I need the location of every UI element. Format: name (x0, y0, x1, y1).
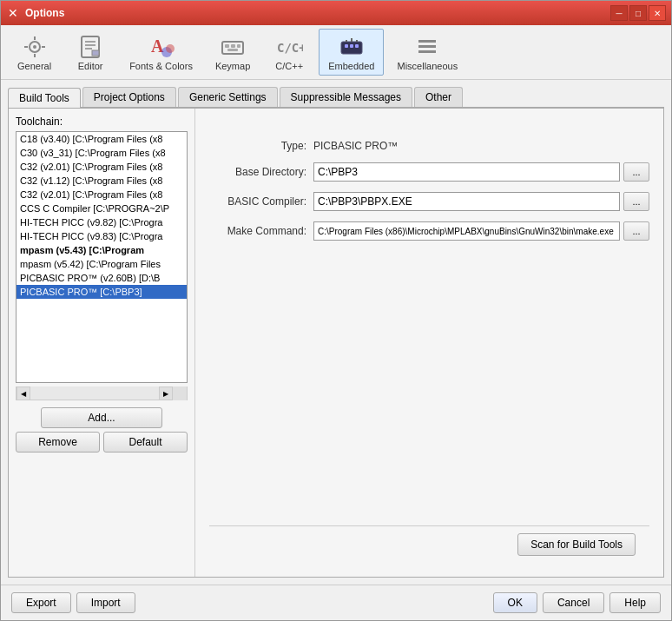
cancel-button[interactable]: Cancel (543, 592, 604, 613)
general-icon (21, 33, 49, 61)
tab-build-tools[interactable]: Build Tools (8, 88, 81, 108)
tab-generic-settings[interactable]: Generic Settings (178, 87, 278, 107)
help-button[interactable]: Help (609, 592, 661, 613)
list-item[interactable]: mpasm (v5.42) [C:\Program Files (16, 257, 187, 271)
tab-other[interactable]: Other (414, 87, 463, 107)
tab-suppressible-messages[interactable]: Suppressible Messages (280, 87, 412, 107)
toolbar-cpp[interactable]: C/C++ C/C++ (263, 29, 315, 76)
make-command-label: Make Command: (209, 225, 313, 237)
remove-button[interactable]: Remove (16, 432, 100, 453)
svg-rect-28 (418, 45, 436, 48)
list-item[interactable]: C32 (v2.01) [C:\Program Files (x8 (16, 160, 187, 174)
basic-compiler-row: BASIC Compiler: ... (209, 192, 649, 211)
scroll-left-button[interactable]: ◀ (16, 386, 30, 400)
svg-rect-29 (418, 50, 436, 53)
add-button[interactable]: Add... (41, 407, 162, 428)
import-button[interactable]: Import (76, 592, 135, 613)
footer-right: OK Cancel Help (493, 592, 661, 613)
scan-build-tools-button[interactable]: Scan for Build Tools (517, 533, 636, 556)
embedded-label: Embedded (328, 61, 374, 71)
toolbar-fonts-colors[interactable]: A Fonts & Colors (120, 29, 202, 76)
cpp-label: C/C++ (275, 61, 303, 71)
footer-left: Export Import (11, 592, 135, 613)
list-item[interactable]: PICBASIC PRO™ (v2.60B) [D:\B (16, 271, 187, 285)
editor-label: Editor (78, 61, 103, 71)
base-dir-input[interactable] (313, 162, 620, 182)
base-dir-browse-button[interactable]: ... (623, 162, 649, 182)
tabs: Build Tools Project Options Generic Sett… (8, 87, 664, 109)
panel-buttons: Add... Remove Default (16, 407, 188, 453)
scroll-track (30, 386, 159, 400)
maximize-button[interactable]: □ (629, 5, 647, 21)
toolbar-keymap[interactable]: Keymap (206, 29, 260, 76)
default-button[interactable]: Default (103, 432, 188, 453)
remove-default-row: Remove Default (16, 432, 188, 453)
fonts-colors-label: Fonts & Colors (129, 61, 193, 71)
list-item[interactable]: HI-TECH PICC (v9.82) [C:\Progra (16, 215, 187, 229)
footer: Export Import OK Cancel Help (1, 585, 671, 620)
make-command-row: Make Command: ... (209, 221, 649, 241)
svg-rect-27 (418, 40, 436, 43)
list-item[interactable]: C32 (v1.12) [C:\Program Files (x8 (16, 174, 187, 188)
make-command-browse-button[interactable]: ... (623, 221, 649, 241)
svg-rect-21 (345, 44, 348, 48)
left-panel: Toolchain: C18 (v3.40) [C:\Program Files… (9, 109, 195, 577)
minimize-button[interactable]: ─ (610, 5, 628, 21)
content-area: Build Tools Project Options Generic Sett… (1, 80, 671, 585)
toolbar-general[interactable]: General (8, 29, 61, 76)
miscellaneous-icon (413, 33, 441, 61)
type-row: Type: PICBASIC PRO™ (209, 140, 649, 152)
general-label: General (17, 61, 51, 71)
make-command-input[interactable] (313, 221, 620, 241)
scroll-corner (173, 386, 187, 400)
toolchain-label: Toolchain: (16, 116, 188, 128)
right-panel: Type: PICBASIC PRO™ Base Directory: ... … (195, 109, 663, 577)
basic-compiler-input[interactable] (313, 192, 620, 211)
embedded-icon (338, 33, 366, 61)
close-button[interactable]: ✕ (649, 5, 666, 21)
keymap-icon (219, 33, 247, 61)
toolbar-embedded[interactable]: Embedded (319, 29, 384, 76)
ok-button[interactable]: OK (493, 592, 537, 613)
horizontal-scrollbar[interactable]: ◀ ▶ (16, 386, 188, 400)
cpp-icon: C/C++ (275, 33, 303, 61)
export-button[interactable]: Export (11, 592, 71, 613)
fonts-colors-icon: A (148, 33, 175, 61)
list-item-selected[interactable]: PICBASIC PRO™ [C:\PBP3] (16, 285, 187, 299)
scroll-right-button[interactable]: ▶ (159, 386, 173, 400)
svg-rect-23 (355, 44, 359, 48)
title-bar: ✕ Options ─ □ ✕ (1, 1, 671, 25)
svg-point-13 (166, 44, 175, 53)
toolbar-editor[interactable]: Editor (64, 29, 116, 76)
keymap-label: Keymap (215, 61, 250, 71)
svg-rect-18 (227, 49, 238, 51)
svg-text:C/C++: C/C++ (277, 41, 303, 55)
toolbar-miscellaneous[interactable]: Miscellaneous (387, 29, 467, 76)
window-icon: ✕ (6, 6, 20, 20)
svg-point-1 (33, 45, 36, 49)
editor-icon (76, 33, 104, 61)
type-value: PICBASIC PRO™ (313, 140, 398, 152)
base-dir-label: Base Directory: (209, 166, 313, 178)
window-controls: ─ □ ✕ (610, 5, 666, 21)
list-item[interactable]: C18 (v3.40) [C:\Program Files (x8 (16, 132, 187, 146)
svg-rect-10 (92, 50, 99, 56)
base-dir-row: Base Directory: ... (209, 162, 649, 182)
basic-compiler-browse-button[interactable]: ... (623, 192, 649, 211)
svg-rect-22 (350, 44, 353, 48)
list-item[interactable]: C30 (v3_31) [C:\Program Files (x8 (16, 146, 187, 160)
tab-content: Toolchain: C18 (v3.40) [C:\Program Files… (8, 109, 664, 578)
list-item[interactable]: C32 (v2.01) [C:\Program Files (x8 (16, 188, 187, 201)
type-label: Type: (209, 140, 313, 152)
tab-project-options[interactable]: Project Options (82, 87, 176, 107)
list-item[interactable]: CCS C Compiler [C:\PROGRA~2\P (16, 201, 187, 215)
toolchain-list[interactable]: C18 (v3.40) [C:\Program Files (x8 C30 (v… (16, 132, 187, 382)
list-item-bold[interactable]: mpasm (v5.43) [C:\Program (16, 243, 187, 257)
svg-rect-17 (237, 44, 240, 48)
miscellaneous-label: Miscellaneous (397, 61, 458, 71)
toolbar: General Editor A (1, 25, 671, 80)
window-title: Options (25, 7, 605, 19)
options-window: ✕ Options ─ □ ✕ General (0, 0, 672, 621)
bottom-bar: Scan for Build Tools (209, 525, 649, 563)
list-item[interactable]: HI-TECH PICC (v9.83) [C:\Progra (16, 229, 187, 243)
